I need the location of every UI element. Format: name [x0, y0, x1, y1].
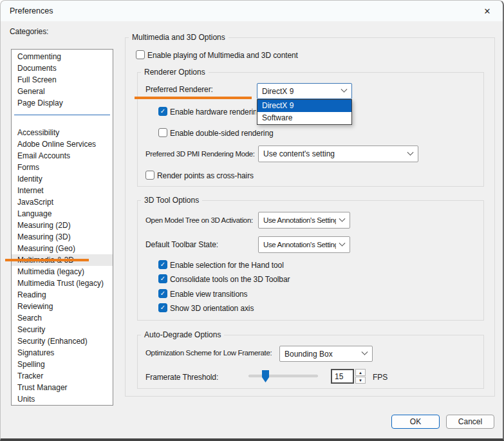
double-sided-label: Enable double-sided rendering: [170, 129, 274, 138]
sidebar-item[interactable]: General: [12, 86, 113, 97]
enable-playing-label: Enable playing of Multimedia and 3D cont…: [147, 51, 298, 61]
sidebar-item[interactable]: Security (Enhanced): [12, 335, 113, 347]
group-title: Auto-Degrade Options: [141, 330, 224, 340]
view-transitions-label: Enable view transitions: [170, 290, 247, 299]
chevron-down-icon: [362, 349, 368, 355]
sidebar-item[interactable]: Spelling: [12, 359, 113, 370]
group-title: Renderer Options: [141, 68, 209, 77]
default-toolbar-select[interactable]: Use Annotation's Setting: [258, 236, 350, 253]
framerate-threshold-label: Framerate Threshold:: [145, 373, 218, 382]
sidebar-item[interactable]: Multimedia (legacy): [12, 266, 113, 277]
preferred-renderer-select[interactable]: DirectX 9: [257, 83, 352, 99]
sidebar-item[interactable]: Documents: [12, 62, 113, 74]
check-icon: ✓: [160, 290, 165, 297]
orientation-axis-label: Show 3D orientation axis: [170, 304, 254, 314]
sidebar-item[interactable]: Full Screen: [12, 74, 113, 86]
sidebar-item[interactable]: Reviewing: [12, 301, 113, 312]
chevron-down-icon: [341, 86, 348, 93]
consolidate-tools-checkbox[interactable]: ✓: [158, 274, 167, 283]
check-icon: ✓: [160, 261, 165, 268]
double-sided-checkbox[interactable]: ✓: [158, 128, 167, 137]
selected-value: Use Annotation's Setting: [263, 216, 336, 224]
sidebar-item[interactable]: Search: [12, 312, 113, 324]
selected-value: Use content's setting: [263, 149, 335, 158]
consolidate-tools-label: Consolidate tools on the 3D Toolbar: [170, 275, 290, 285]
ok-button[interactable]: OK: [391, 415, 440, 429]
dropdown-option-software[interactable]: Software: [257, 112, 351, 124]
hardware-rendering-checkbox[interactable]: ✓: [158, 107, 167, 116]
framerate-stepper: ▲ ▼: [355, 369, 366, 384]
sidebar-item[interactable]: Forms: [12, 162, 113, 173]
categories-label: Categories:: [10, 27, 48, 37]
framerate-input[interactable]: 15: [331, 369, 354, 384]
selected-value: Bounding Box: [285, 350, 333, 359]
group-title: 3D Tool Options: [141, 196, 202, 205]
chevron-down-icon: [339, 239, 346, 246]
optimization-scheme-label: Optimization Scheme for Low Framerate:: [145, 348, 272, 358]
divider-line: [14, 115, 110, 115]
preferred-renderer-underline: [135, 97, 252, 99]
sidebar-item[interactable]: JavaScript: [12, 196, 113, 208]
categories-list: Commenting Documents Full Screen General…: [11, 49, 113, 406]
stepper-up-icon[interactable]: ▲: [355, 369, 366, 376]
sidebar-item[interactable]: Accessibility: [12, 127, 113, 138]
framerate-value: 15: [335, 372, 343, 381]
cancel-button[interactable]: Cancel: [446, 415, 494, 429]
open-model-tree-select[interactable]: Use Annotation's Setting: [258, 212, 350, 229]
enable-playing-checkbox[interactable]: ✓: [136, 50, 145, 59]
pmi-mode-label: Preferred 3D PMI Rendering Mode:: [145, 149, 255, 159]
preferred-renderer-label: Preferred Renderer:: [145, 85, 213, 95]
window-title: Preferences: [10, 6, 53, 15]
sidebar-item[interactable]: Multimedia Trust (legacy): [12, 277, 113, 289]
sidebar-item[interactable]: Measuring (3D): [12, 231, 113, 243]
dropdown-option-directx9[interactable]: DirectX 9: [257, 100, 351, 112]
ok-label: OK: [410, 417, 421, 426]
sidebar-item[interactable]: Adobe Online Services: [12, 138, 113, 150]
check-icon: ✓: [160, 108, 165, 115]
list-divider: [12, 115, 113, 127]
fps-unit-label: FPS: [373, 373, 387, 382]
sidebar-item[interactable]: Trust Manager: [12, 382, 113, 393]
group-title: Multimedia and 3D Options: [129, 33, 229, 42]
sidebar-item[interactable]: Measuring (2D): [12, 220, 113, 231]
optimization-scheme-select[interactable]: Bounding Box: [279, 346, 373, 362]
sidebar-item[interactable]: Identity: [12, 173, 113, 185]
default-toolbar-label: Default Toolbar State:: [145, 240, 218, 250]
sidebar-item[interactable]: Measuring (Geo): [12, 243, 113, 254]
sidebar-item[interactable]: Tracker: [12, 370, 113, 382]
open-model-tree-label: Open Model Tree on 3D Activation:: [145, 216, 253, 225]
hand-tool-selection-label: Enable selection for the Hand tool: [170, 261, 284, 270]
render-points-checkbox[interactable]: ✓: [145, 171, 154, 180]
stepper-down-icon[interactable]: ▼: [355, 377, 366, 384]
check-icon: ✓: [160, 276, 165, 282]
sidebar-item[interactable]: Security: [12, 324, 113, 335]
chevron-down-icon: [339, 215, 346, 221]
hardware-rendering-label: Enable hardware rendering for leg: [170, 108, 256, 117]
sidebar-item[interactable]: Email Accounts: [12, 150, 113, 162]
selected-value: Use Annotation's Setting: [263, 241, 336, 249]
preferences-dialog: Preferences ✕ Categories: Commenting Doc…: [0, 0, 504, 441]
sidebar-item[interactable]: Units: [12, 393, 113, 405]
orientation-axis-checkbox[interactable]: ✓: [158, 303, 167, 312]
render-points-label: Render points as cross-hairs: [157, 171, 254, 181]
title-bar: Preferences ✕: [1, 1, 503, 21]
chevron-down-icon: [407, 149, 414, 155]
sidebar-item[interactable]: Internet: [12, 185, 113, 196]
selected-value: DirectX 9: [262, 87, 294, 96]
sidebar-item[interactable]: Signatures: [12, 347, 113, 359]
sidebar-item[interactable]: Reading: [12, 289, 113, 301]
close-icon[interactable]: ✕: [480, 5, 494, 17]
sidebar-item[interactable]: Commenting: [12, 51, 113, 62]
renderer-dropdown-popup: DirectX 9 Software: [257, 99, 352, 125]
pmi-mode-select[interactable]: Use content's setting: [258, 145, 418, 162]
selected-category-underline: [5, 259, 89, 261]
framerate-slider-track[interactable]: [248, 375, 318, 377]
sidebar-item[interactable]: Language: [12, 208, 113, 220]
sidebar-item[interactable]: Page Display: [12, 97, 113, 109]
view-transitions-checkbox[interactable]: ✓: [158, 289, 167, 298]
check-icon: ✓: [160, 305, 165, 311]
cancel-label: Cancel: [458, 417, 482, 426]
hand-tool-selection-checkbox[interactable]: ✓: [158, 260, 167, 269]
